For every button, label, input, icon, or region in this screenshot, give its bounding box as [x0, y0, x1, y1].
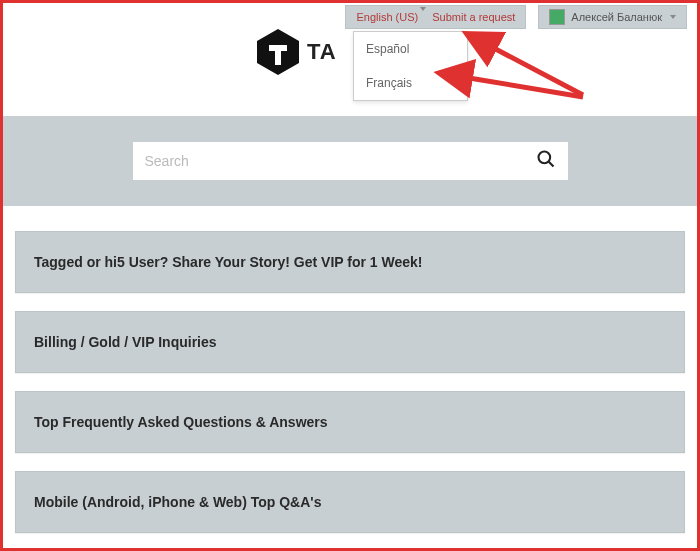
search-input[interactable] — [145, 153, 536, 169]
app-frame: English (US) Submit a request Алексей Ба… — [0, 0, 700, 551]
search-icon[interactable] — [536, 149, 556, 173]
language-option-francais[interactable]: Français — [354, 66, 467, 100]
language-option-espanol[interactable]: Español — [354, 32, 467, 66]
category-item[interactable]: Mobile (Android, iPhone & Web) Top Q&A's — [15, 471, 685, 533]
category-item[interactable]: Billing / Gold / VIP Inquiries — [15, 311, 685, 373]
brand-logo[interactable]: TA — [253, 27, 337, 77]
chevron-down-icon — [670, 15, 676, 19]
category-list: Tagged or hi5 User? Share Your Story! Ge… — [15, 231, 685, 551]
avatar — [549, 9, 565, 25]
language-label: English (US) — [356, 11, 418, 23]
svg-point-2 — [538, 152, 550, 164]
user-menu[interactable]: Алексей Баланюк — [538, 5, 687, 29]
svg-line-1 — [463, 77, 583, 97]
category-item[interactable]: Tagged or hi5 User? Share Your Story! Ge… — [15, 231, 685, 293]
chevron-down-icon — [420, 7, 426, 23]
nav-right-segment: English (US) Submit a request — [345, 5, 526, 29]
logo-mark-icon — [253, 27, 303, 77]
category-item[interactable]: Top Frequently Asked Questions & Answers — [15, 391, 685, 453]
top-navbar: English (US) Submit a request Алексей Ба… — [3, 3, 697, 31]
svg-line-0 — [488, 45, 583, 95]
search-box[interactable] — [133, 142, 568, 180]
svg-line-3 — [548, 162, 553, 167]
search-hero — [3, 116, 697, 206]
language-selector[interactable]: English (US) — [356, 11, 426, 23]
language-dropdown: Español Français — [353, 31, 468, 101]
submit-request-link[interactable]: Submit a request — [432, 11, 515, 23]
user-name-label: Алексей Баланюк — [571, 11, 662, 23]
logo-text: TA — [307, 39, 337, 65]
